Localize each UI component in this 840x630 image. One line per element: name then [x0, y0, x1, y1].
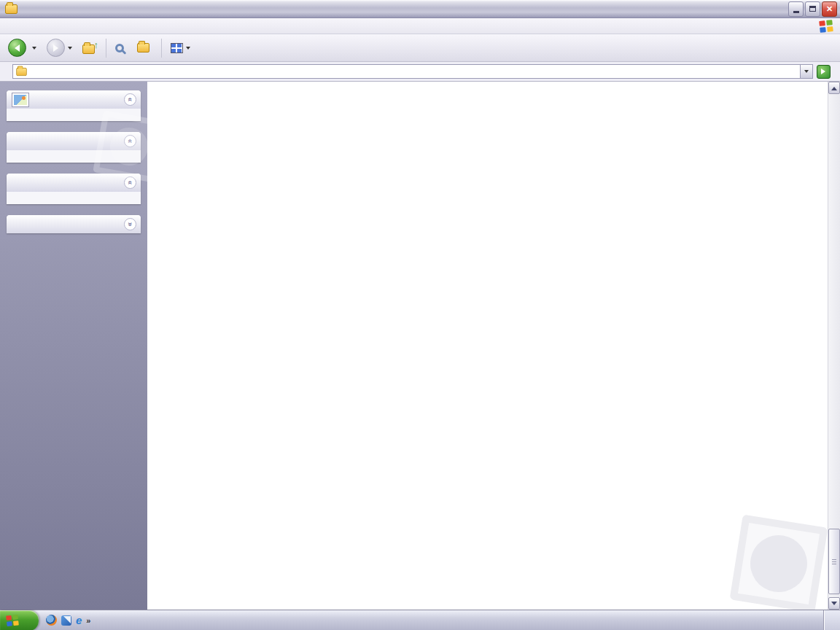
back-icon: [8, 39, 26, 57]
window-folder-icon: [5, 4, 18, 14]
scroll-down-button[interactable]: [828, 597, 840, 610]
other-places-panel: «: [7, 174, 141, 204]
picture-watermark-icon: [729, 514, 828, 610]
views-dropdown-icon[interactable]: [186, 47, 190, 52]
chevron-up-icon[interactable]: «: [124, 176, 136, 189]
back-dropdown-icon[interactable]: [32, 47, 36, 52]
address-bar: [0, 62, 840, 82]
forward-dropdown-icon[interactable]: [68, 47, 72, 52]
quick-launch: e »: [39, 615, 96, 626]
up-button[interactable]: ↑: [79, 40, 101, 55]
picture-tasks-header[interactable]: «: [7, 90, 141, 109]
quick-launch-overflow-chevron[interactable]: »: [86, 616, 90, 625]
close-button[interactable]: ✕: [822, 1, 837, 17]
forward-button[interactable]: [43, 37, 76, 58]
explorer-window: ✕ ↑: [0, 0, 840, 630]
details-panel: »: [7, 215, 141, 233]
address-dropdown-button[interactable]: [800, 65, 812, 78]
windows-logo-icon: [819, 20, 833, 33]
task-pane: « « « »: [0, 82, 147, 610]
up-icon: ↑: [82, 42, 97, 54]
views-button[interactable]: [167, 42, 194, 55]
picture-tasks-panel: «: [7, 90, 141, 121]
toolbar-separator: [161, 39, 162, 58]
chevron-up-icon[interactable]: «: [124, 93, 136, 106]
scrollbar-thumb[interactable]: [828, 529, 840, 594]
go-button[interactable]: [817, 65, 831, 79]
start-button[interactable]: [0, 610, 39, 630]
search-icon: [115, 44, 124, 52]
search-button[interactable]: [112, 42, 131, 54]
other-places-header[interactable]: «: [7, 174, 141, 192]
annotation-arrows: [147, 82, 828, 610]
file-folder-tasks-header[interactable]: «: [7, 132, 141, 150]
forward-icon: [47, 39, 65, 57]
taskbar: e »: [0, 610, 840, 630]
chevron-up-icon[interactable]: «: [124, 135, 136, 147]
folders-button[interactable]: [133, 42, 156, 54]
back-button[interactable]: [4, 37, 40, 58]
start-flag-icon: [6, 614, 19, 626]
toolbar-separator: [106, 39, 106, 58]
restore-button[interactable]: [805, 1, 820, 17]
address-folder-icon: [16, 67, 26, 75]
show-desktop-icon[interactable]: [61, 615, 71, 626]
minimize-button[interactable]: [788, 1, 804, 17]
firefox-icon[interactable]: [46, 615, 57, 626]
toolbar: ↑: [0, 34, 840, 62]
internet-explorer-icon[interactable]: e: [76, 615, 82, 626]
system-tray: [823, 610, 840, 630]
details-header[interactable]: »: [7, 215, 141, 233]
chevron-down-icon[interactable]: »: [124, 218, 136, 230]
title-bar: ✕: [0, 0, 840, 18]
file-folder-tasks-panel: «: [7, 132, 141, 163]
file-list-area: [147, 82, 828, 610]
picture-tasks-icon: [12, 93, 28, 106]
address-input[interactable]: [12, 64, 813, 79]
views-icon: [171, 43, 183, 53]
scroll-up-button[interactable]: [828, 82, 840, 94]
menu-bar: [0, 18, 840, 34]
vertical-scrollbar[interactable]: [828, 82, 840, 610]
folders-icon: [137, 43, 149, 52]
